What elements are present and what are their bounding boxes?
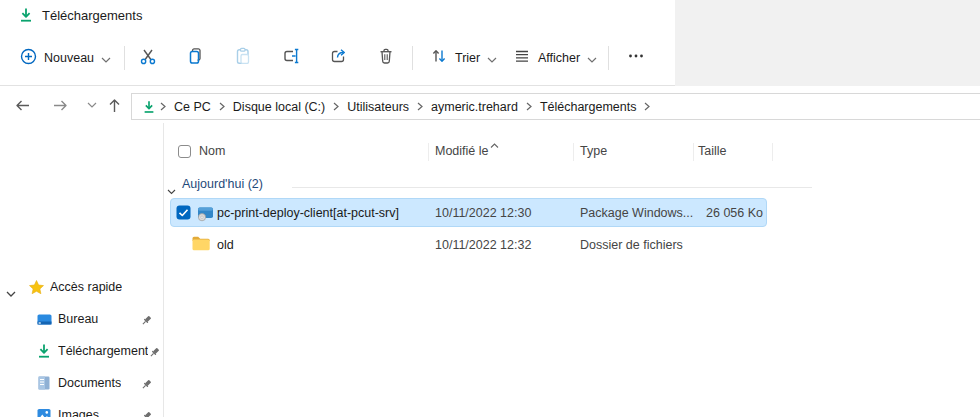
new-button[interactable]: Nouveau	[12, 43, 119, 73]
paste-button[interactable]	[227, 43, 259, 73]
sidebar-item-label: Images	[58, 408, 99, 417]
desktop-icon	[36, 311, 53, 332]
chevron-down-icon	[587, 49, 597, 67]
view-lines-icon	[513, 47, 531, 69]
pin-icon	[140, 313, 153, 331]
sidebar-item-label: Téléchargements	[58, 344, 148, 358]
file-explorer-window: Téléchargements Nouveau	[0, 0, 980, 417]
new-button-label: Nouveau	[44, 51, 94, 65]
trash-icon	[376, 46, 396, 70]
breadcrumb-item[interactable]: Disque local (C:)	[229, 100, 329, 114]
sort-arrows-icon	[430, 47, 448, 69]
folder-icon	[191, 235, 211, 256]
chevron-down-icon[interactable]	[6, 283, 16, 301]
pin-icon	[140, 409, 153, 417]
column-header-size[interactable]: Taille	[698, 144, 727, 158]
pin-icon	[140, 377, 153, 395]
breadcrumb-item[interactable]: aymeric.trehard	[427, 100, 522, 114]
file-modified-date: 10/11/2022 12:32	[435, 238, 531, 252]
cut-button[interactable]	[132, 43, 164, 73]
document-icon	[36, 375, 52, 395]
up-button[interactable]	[102, 93, 126, 117]
chevron-right-icon	[329, 102, 343, 111]
installer-package-icon	[196, 204, 215, 227]
sidebar-item-label: Accès rapide	[50, 280, 122, 294]
downloads-folder-icon	[142, 100, 156, 114]
chevron-down-icon	[101, 49, 111, 67]
pin-icon	[148, 345, 161, 363]
copy-button[interactable]	[180, 43, 212, 73]
sidebar-item-telechargements[interactable]: Téléchargements	[0, 340, 163, 364]
column-separator[interactable]	[693, 143, 694, 161]
recent-locations-chevron[interactable]	[80, 93, 104, 117]
share-icon	[328, 46, 348, 70]
view-button[interactable]: Afficher	[505, 43, 605, 73]
download-icon	[36, 343, 52, 363]
toolbar-separator	[412, 46, 413, 70]
window-title: Téléchargements	[42, 8, 142, 23]
sidebar-item-documents[interactable]: Documents	[0, 372, 163, 396]
scissors-icon	[138, 46, 158, 70]
chevron-right-icon	[413, 102, 427, 111]
more-button[interactable]	[618, 43, 654, 73]
column-header-modified[interactable]: Modifié le	[435, 144, 489, 158]
column-header-name[interactable]: Nom	[199, 144, 225, 158]
sidebar: Accès rapide Bureau Téléchargements	[0, 123, 163, 417]
sort-button-label: Trier	[455, 51, 480, 65]
sort-button[interactable]: Trier	[422, 43, 505, 73]
sidebar-divider	[163, 123, 164, 417]
chevron-right-icon	[215, 102, 229, 111]
navigation-bar: Ce PC Disque local (C:) Utilisateurs aym…	[0, 87, 980, 123]
downloads-folder-icon	[18, 7, 34, 27]
group-header-label[interactable]: Aujourd'hui (2)	[182, 177, 263, 191]
pictures-icon	[36, 407, 52, 417]
title-and-command-bar: Téléchargements Nouveau	[0, 0, 980, 86]
chevron-right-icon	[156, 102, 170, 111]
rename-button[interactable]	[275, 43, 307, 73]
clipboard-icon	[233, 46, 253, 70]
toolbar-separator	[608, 46, 609, 70]
chevron-right-icon	[522, 102, 536, 111]
ellipsis-icon	[626, 46, 646, 70]
share-button[interactable]	[322, 43, 354, 73]
chrome-background	[675, 0, 980, 86]
breadcrumb-item[interactable]: Ce PC	[170, 100, 215, 114]
file-name[interactable]: pc-print-deploy-client[at-pcut-srv]	[217, 206, 399, 220]
sort-ascending-chevron-icon	[490, 135, 499, 153]
sidebar-item-quick-access[interactable]: Accès rapide	[0, 276, 163, 300]
row-checkbox-checked[interactable]	[176, 205, 191, 224]
column-header-type[interactable]: Type	[580, 144, 607, 158]
sidebar-item-bureau[interactable]: Bureau	[0, 308, 163, 332]
column-separator[interactable]	[772, 143, 773, 161]
chevron-down-icon	[487, 49, 497, 67]
plus-circle-icon	[20, 48, 37, 69]
delete-button[interactable]	[370, 43, 402, 73]
back-button[interactable]	[10, 93, 34, 117]
copy-icon	[186, 46, 206, 70]
column-separator[interactable]	[428, 143, 429, 161]
file-type: Dossier de fichiers	[580, 238, 683, 252]
forward-button[interactable]	[48, 93, 72, 117]
group-collapse-chevron-icon[interactable]	[167, 181, 176, 199]
file-modified-date: 10/11/2022 12:30	[435, 206, 531, 220]
group-header-rule	[292, 187, 812, 188]
star-icon	[28, 279, 45, 300]
file-size: 26 056 Ko	[675, 206, 763, 220]
address-bar[interactable]: Ce PC Disque local (C:) Utilisateurs aym…	[131, 93, 980, 120]
column-separator[interactable]	[573, 143, 574, 161]
sidebar-item-label: Documents	[58, 376, 121, 390]
file-name[interactable]: old	[217, 238, 234, 252]
view-button-label: Afficher	[538, 51, 580, 65]
breadcrumb-item-current[interactable]: Téléchargements	[536, 100, 641, 114]
chevron-right-icon	[640, 102, 654, 111]
rename-icon	[281, 46, 301, 70]
toolbar-separator	[124, 46, 125, 70]
breadcrumb-item[interactable]: Utilisateurs	[343, 100, 413, 114]
select-all-checkbox[interactable]	[178, 145, 191, 158]
sidebar-item-images[interactable]: Images	[0, 404, 163, 417]
sidebar-item-label: Bureau	[58, 312, 98, 326]
